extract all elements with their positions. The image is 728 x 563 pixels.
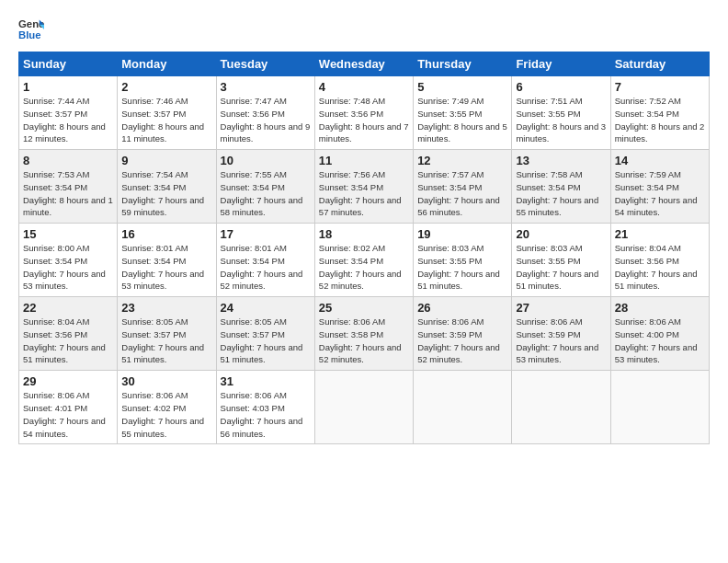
day-number: 27 [516, 301, 606, 315]
day-cell: 21Sunrise: 8:04 AMSunset: 3:56 PMDayligh… [610, 224, 709, 297]
col-header-friday: Friday [512, 52, 610, 76]
day-cell: 17Sunrise: 8:01 AMSunset: 3:54 PMDayligh… [216, 224, 314, 297]
day-cell: 11Sunrise: 7:56 AMSunset: 3:54 PMDayligh… [314, 150, 413, 224]
day-cell: 18Sunrise: 8:02 AMSunset: 3:54 PMDayligh… [314, 224, 413, 297]
day-number: 9 [121, 154, 211, 167]
day-number: 8 [23, 154, 113, 167]
day-cell: 8Sunrise: 7:53 AMSunset: 3:54 PMDaylight… [19, 150, 118, 224]
day-number: 17 [221, 227, 311, 241]
day-cell: 7Sunrise: 7:52 AMSunset: 3:54 PMDaylight… [610, 76, 709, 150]
day-cell: 9Sunrise: 7:54 AMSunset: 3:54 PMDaylight… [118, 150, 216, 224]
day-cell: 10Sunrise: 7:55 AMSunset: 3:54 PMDayligh… [216, 150, 314, 224]
day-number: 26 [417, 301, 507, 315]
day-cell: 2Sunrise: 7:46 AMSunset: 3:57 PMDaylight… [118, 76, 216, 150]
day-cell: 14Sunrise: 7:59 AMSunset: 3:54 PMDayligh… [610, 150, 709, 224]
day-cell: 15Sunrise: 8:00 AMSunset: 3:54 PMDayligh… [19, 224, 118, 297]
day-number: 28 [615, 301, 705, 315]
week-row-4: 22Sunrise: 8:04 AMSunset: 3:56 PMDayligh… [19, 297, 710, 371]
day-cell: 25Sunrise: 8:06 AMSunset: 3:58 PMDayligh… [314, 297, 413, 371]
day-info: Sunrise: 7:47 AMSunset: 3:56 PMDaylight:… [221, 95, 311, 145]
day-info: Sunrise: 8:06 AMSunset: 4:03 PMDaylight:… [221, 389, 311, 440]
day-number: 5 [417, 80, 507, 94]
logo: General Blue [18, 17, 44, 42]
day-number: 25 [319, 301, 409, 315]
day-info: Sunrise: 8:01 AMSunset: 3:54 PMDaylight:… [121, 242, 211, 293]
day-number: 4 [319, 80, 409, 94]
col-header-tuesday: Tuesday [216, 52, 314, 76]
day-info: Sunrise: 8:06 AMSunset: 4:00 PMDaylight:… [615, 316, 705, 366]
day-cell: 6Sunrise: 7:51 AMSunset: 3:55 PMDaylight… [512, 76, 610, 150]
day-info: Sunrise: 8:03 AMSunset: 3:55 PMDaylight:… [417, 242, 507, 293]
day-cell: 22Sunrise: 8:04 AMSunset: 3:56 PMDayligh… [19, 297, 118, 371]
day-cell: 5Sunrise: 7:49 AMSunset: 3:55 PMDaylight… [414, 76, 512, 150]
day-info: Sunrise: 7:53 AMSunset: 3:54 PMDaylight:… [23, 168, 113, 219]
day-cell: 13Sunrise: 7:58 AMSunset: 3:54 PMDayligh… [512, 150, 610, 224]
week-row-5: 29Sunrise: 8:06 AMSunset: 4:01 PMDayligh… [19, 371, 710, 444]
day-number: 18 [319, 227, 409, 241]
day-info: Sunrise: 8:03 AMSunset: 3:55 PMDaylight:… [516, 242, 606, 293]
day-number: 6 [516, 80, 606, 94]
day-number: 16 [121, 227, 211, 241]
day-info: Sunrise: 8:05 AMSunset: 3:57 PMDaylight:… [121, 316, 211, 366]
week-row-2: 8Sunrise: 7:53 AMSunset: 3:54 PMDaylight… [19, 150, 710, 224]
col-header-monday: Monday [118, 52, 216, 76]
col-header-wednesday: Wednesday [314, 52, 413, 76]
day-cell: 31Sunrise: 8:06 AMSunset: 4:03 PMDayligh… [216, 371, 314, 444]
header: General Blue [18, 17, 710, 42]
day-number: 2 [121, 80, 211, 94]
svg-text:Blue: Blue [18, 29, 41, 40]
day-cell: 19Sunrise: 8:03 AMSunset: 3:55 PMDayligh… [414, 224, 512, 297]
day-cell [314, 371, 413, 444]
day-number: 13 [516, 154, 606, 167]
day-info: Sunrise: 7:58 AMSunset: 3:54 PMDaylight:… [516, 168, 606, 219]
day-info: Sunrise: 8:06 AMSunset: 4:01 PMDaylight:… [23, 389, 113, 440]
day-info: Sunrise: 8:06 AMSunset: 4:02 PMDaylight:… [121, 389, 211, 440]
day-cell [610, 371, 709, 444]
day-info: Sunrise: 7:46 AMSunset: 3:57 PMDaylight:… [121, 95, 211, 145]
day-number: 1 [23, 80, 113, 94]
day-number: 10 [221, 154, 311, 167]
day-number: 15 [23, 227, 113, 241]
day-info: Sunrise: 7:57 AMSunset: 3:54 PMDaylight:… [417, 168, 507, 219]
day-info: Sunrise: 7:49 AMSunset: 3:55 PMDaylight:… [417, 95, 507, 145]
day-number: 23 [121, 301, 211, 315]
day-cell [414, 371, 512, 444]
day-info: Sunrise: 7:55 AMSunset: 3:54 PMDaylight:… [221, 168, 311, 219]
day-cell: 27Sunrise: 8:06 AMSunset: 3:59 PMDayligh… [512, 297, 610, 371]
day-cell: 20Sunrise: 8:03 AMSunset: 3:55 PMDayligh… [512, 224, 610, 297]
day-info: Sunrise: 7:54 AMSunset: 3:54 PMDaylight:… [121, 168, 211, 219]
day-info: Sunrise: 7:59 AMSunset: 3:54 PMDaylight:… [615, 168, 705, 219]
day-info: Sunrise: 7:52 AMSunset: 3:54 PMDaylight:… [615, 95, 705, 145]
day-cell: 26Sunrise: 8:06 AMSunset: 3:59 PMDayligh… [414, 297, 512, 371]
day-cell: 12Sunrise: 7:57 AMSunset: 3:54 PMDayligh… [414, 150, 512, 224]
page: General Blue SundayMondayTuesdayWednesda… [0, 0, 728, 455]
week-row-1: 1Sunrise: 7:44 AMSunset: 3:57 PMDaylight… [19, 76, 710, 150]
day-info: Sunrise: 8:06 AMSunset: 3:59 PMDaylight:… [516, 316, 606, 366]
logo-icon: General Blue [18, 17, 44, 42]
day-info: Sunrise: 8:04 AMSunset: 3:56 PMDaylight:… [23, 316, 113, 366]
day-cell: 16Sunrise: 8:01 AMSunset: 3:54 PMDayligh… [118, 224, 216, 297]
col-header-thursday: Thursday [414, 52, 512, 76]
day-cell: 24Sunrise: 8:05 AMSunset: 3:57 PMDayligh… [216, 297, 314, 371]
day-number: 19 [417, 227, 507, 241]
day-info: Sunrise: 7:48 AMSunset: 3:56 PMDaylight:… [319, 95, 409, 145]
day-number: 29 [23, 374, 113, 388]
day-info: Sunrise: 8:02 AMSunset: 3:54 PMDaylight:… [319, 242, 409, 293]
col-header-saturday: Saturday [610, 52, 709, 76]
day-info: Sunrise: 8:05 AMSunset: 3:57 PMDaylight:… [221, 316, 311, 366]
day-info: Sunrise: 8:01 AMSunset: 3:54 PMDaylight:… [221, 242, 311, 293]
calendar-table: SundayMondayTuesdayWednesdayThursdayFrid… [18, 52, 710, 444]
week-row-3: 15Sunrise: 8:00 AMSunset: 3:54 PMDayligh… [19, 224, 710, 297]
day-number: 30 [121, 374, 211, 388]
day-cell: 28Sunrise: 8:06 AMSunset: 4:00 PMDayligh… [610, 297, 709, 371]
day-cell: 4Sunrise: 7:48 AMSunset: 3:56 PMDaylight… [314, 76, 413, 150]
day-info: Sunrise: 8:04 AMSunset: 3:56 PMDaylight:… [615, 242, 705, 293]
day-info: Sunrise: 7:44 AMSunset: 3:57 PMDaylight:… [23, 95, 113, 145]
day-number: 21 [615, 227, 705, 241]
day-info: Sunrise: 7:56 AMSunset: 3:54 PMDaylight:… [319, 168, 409, 219]
day-number: 11 [319, 154, 409, 167]
day-cell [512, 371, 610, 444]
day-number: 20 [516, 227, 606, 241]
day-cell: 3Sunrise: 7:47 AMSunset: 3:56 PMDaylight… [216, 76, 314, 150]
header-row: SundayMondayTuesdayWednesdayThursdayFrid… [19, 52, 710, 76]
